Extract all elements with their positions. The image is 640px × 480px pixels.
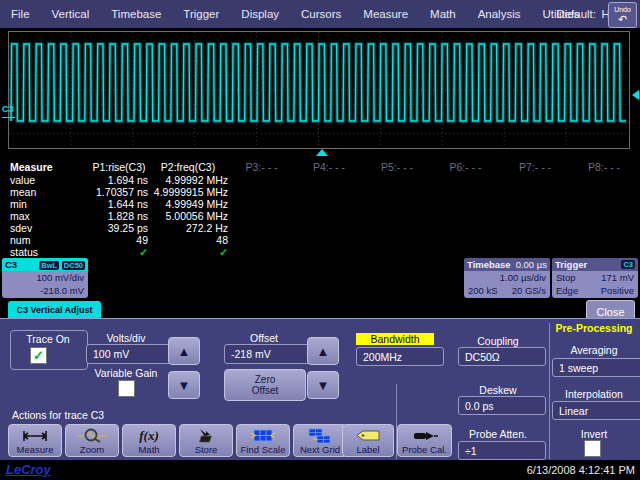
measure-value: ✓ <box>148 246 228 258</box>
invert-checkbox[interactable] <box>584 440 601 457</box>
channel-trace-label: C3 <box>2 104 14 114</box>
measure-action-button[interactable]: Measure <box>8 424 62 457</box>
bandwidth-field[interactable]: 200MHz <box>356 347 444 366</box>
measure-value: 4.99949 MHz <box>148 198 228 210</box>
measure-row-label: status <box>10 246 38 258</box>
measure-col-header: P3:- - - <box>228 161 295 173</box>
tab-c3-vertical-adjust[interactable]: C3 Vertical Adjust <box>8 301 101 318</box>
volts-div-down-button[interactable]: ▼ <box>168 371 200 399</box>
math-icon: f(x) <box>139 427 159 444</box>
trigger-header: Trigger C3 <box>552 258 638 271</box>
measure-value: 48 <box>148 234 228 246</box>
averaging-field[interactable]: 1 sweep <box>552 358 640 377</box>
trigger-source-badge: C3 <box>621 260 635 269</box>
menu-item-cursors[interactable]: Cursors <box>290 8 352 20</box>
deskew-field[interactable]: 0.0 ps <box>458 396 546 415</box>
timebase-descriptor-box[interactable]: Timebase 0.00 µs 1.00 µs/div 200 kS 20 G… <box>464 258 550 298</box>
measure-col-header: P7:- - - <box>500 161 570 173</box>
store-icon <box>194 427 218 444</box>
menu-item-measure[interactable]: Measure <box>352 8 419 20</box>
down-arrow-icon: ▼ <box>178 380 191 391</box>
volts-div-field[interactable]: 100 mV <box>86 344 172 364</box>
timebase-title: Timebase <box>467 259 511 270</box>
measure-value: 1.644 ns <box>90 198 148 210</box>
menu-item-math[interactable]: Math <box>419 8 467 20</box>
volts-div-label: Volts/div <box>86 332 166 344</box>
menu-item-display[interactable]: Display <box>230 8 290 20</box>
find-scale-icon <box>250 427 276 444</box>
menu-item-analysis[interactable]: Analysis <box>467 8 532 20</box>
c3-offset-value: -218.0 mV <box>40 285 84 296</box>
store-action-button[interactable]: Store <box>179 424 233 457</box>
menu-item-timebase[interactable]: Timebase <box>100 8 172 20</box>
measure-value: 5.00056 MHz <box>148 210 228 222</box>
invert-label: Invert <box>550 428 638 440</box>
trace-on-label: Trace On <box>10 333 86 345</box>
measure-table: MeasureP1:rise(C3)P2:freq(C3)P3:- - -P4:… <box>0 157 640 256</box>
measure-table-title: Measure <box>10 161 53 173</box>
measure-row-label: value <box>10 174 35 186</box>
actions-for-trace-label: Actions for trace C3 <box>12 409 104 421</box>
offset-up-button[interactable]: ▲ <box>307 337 339 365</box>
bandwidth-limit-badge: BwL <box>39 261 59 270</box>
measure-value: 4.99992 MHz <box>148 174 228 186</box>
zero-offset-button[interactable]: ZeroOffset <box>224 369 306 401</box>
timebase-rate: 20 GS/s <box>512 285 546 296</box>
variable-gain-checkbox[interactable] <box>118 380 135 397</box>
coupling-field[interactable]: DC50Ω <box>458 347 546 366</box>
probe-atten-field[interactable]: ÷1 <box>458 441 546 460</box>
trigger-slope: Positive <box>601 285 634 296</box>
variable-gain-label: Variable Gain <box>86 367 166 379</box>
up-arrow-icon: ▲ <box>178 346 191 357</box>
averaging-label: Averaging <box>550 344 638 356</box>
bandwidth-label: Bandwidth <box>356 333 434 345</box>
label-action-button[interactable]: Label <box>342 424 394 457</box>
trigger-mode: Stop <box>556 272 576 283</box>
measure-row-label: min <box>10 198 27 210</box>
volts-div-up-button[interactable]: ▲ <box>168 337 200 365</box>
probe-cal-action-button[interactable]: Probe Cal. <box>397 424 452 457</box>
measure-col-header: P5:- - - <box>363 161 431 173</box>
offset-label: Offset <box>224 332 304 344</box>
undo-icon: ↶ <box>609 15 636 24</box>
measure-col-header: P8:- - - <box>570 161 638 173</box>
menu-item-vertical[interactable]: Vertical <box>41 8 101 20</box>
measure-col-header: P2:freq(C3) <box>148 161 228 173</box>
offset-down-button[interactable]: ▼ <box>307 371 339 399</box>
trigger-time-marker[interactable] <box>316 149 328 156</box>
next-grid-action-button[interactable]: Next Grid <box>293 424 347 457</box>
math-action-button[interactable]: f(x) Math <box>122 424 176 457</box>
oscilloscope-screen: FileVerticalTimebaseTriggerDisplayCursor… <box>0 0 640 480</box>
lecroy-logo[interactable]: LeCroy <box>6 462 51 477</box>
menu-item-file[interactable]: File <box>0 8 41 20</box>
undo-button[interactable]: Undo ↶ <box>608 2 637 28</box>
menu-item-trigger[interactable]: Trigger <box>172 8 230 20</box>
measure-value: 1.694 ns <box>90 174 148 186</box>
down-arrow-icon: ▼ <box>317 380 330 391</box>
c3-channel-label: C3 <box>5 259 17 270</box>
graticule-grid <box>8 31 632 151</box>
coupling-label: Coupling <box>456 335 540 347</box>
trace-on-checkbox[interactable]: ✓ <box>30 347 47 364</box>
offset-field[interactable]: -218 mV <box>224 344 312 364</box>
timebase-samples: 200 kS <box>468 285 498 296</box>
probe-cal-icon <box>411 427 439 444</box>
measure-value: 49 <box>90 234 148 246</box>
measure-col-header: P6:- - - <box>431 161 500 173</box>
trigger-descriptor-box[interactable]: Trigger C3 Stop 171 mV Edge Positive <box>552 258 638 298</box>
probe-atten-label: Probe Atten. <box>456 428 540 440</box>
measure-value: 272.2 Hz <box>148 222 228 234</box>
trigger-level: 171 mV <box>601 272 634 283</box>
timebase-scale: 1.00 µs/div <box>500 272 546 283</box>
label-icon <box>354 427 382 444</box>
measure-row-label: num <box>10 234 30 246</box>
interpolation-field[interactable]: Linear <box>552 401 640 420</box>
trigger-level-marker[interactable] <box>632 90 639 100</box>
find-scale-action-button[interactable]: Find Scale <box>236 424 290 457</box>
c3-volts-per-div: 100 mV/div <box>36 272 84 283</box>
measure-value: ✓ <box>90 246 148 258</box>
default-label: Default: <box>556 8 596 20</box>
zoom-action-button[interactable]: Zoom <box>65 424 119 457</box>
measure-value: 4.9999915 MHz <box>148 186 228 198</box>
c3-descriptor-box[interactable]: C3 BwL DC50 100 mV/div -218.0 mV <box>2 258 88 298</box>
